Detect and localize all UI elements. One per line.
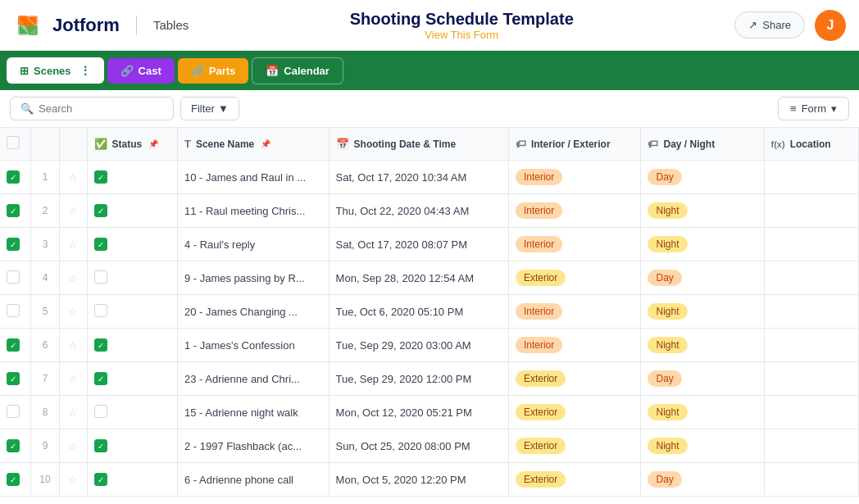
toolbar: 🔍 Filter ▼ ≡ Form ▾: [0, 90, 859, 128]
cell-checkbox[interactable]: ✓: [0, 463, 31, 497]
scenes-dots: ⋮: [80, 64, 91, 77]
cell-scene: 11 - Raul meeting Chris...: [177, 194, 329, 228]
avatar[interactable]: J: [815, 10, 846, 41]
th-num: [31, 128, 60, 161]
row-checkbox[interactable]: ✓: [94, 170, 107, 184]
filter-button[interactable]: Filter ▼: [180, 97, 239, 120]
row-checkbox[interactable]: [7, 270, 20, 284]
cell-star[interactable]: ☆: [60, 194, 87, 228]
daynight-badge: Day: [648, 270, 681, 286]
th-datetime-label: Shooting Date & Time: [354, 138, 456, 150]
cell-datetime: Thu, Oct 22, 2020 04:43 AM: [329, 194, 508, 228]
form-title: Shooting Schedule Template: [350, 10, 574, 29]
th-intex[interactable]: 🏷 Interior / Exterior: [508, 128, 641, 161]
row-checkbox[interactable]: ✓: [94, 338, 107, 352]
cast-icon: 🔗: [120, 65, 134, 77]
th-location[interactable]: f(x) Location: [764, 128, 858, 161]
row-checkbox[interactable]: ✓: [7, 204, 20, 217]
cell-rownum: 10: [31, 463, 60, 497]
row-checkbox[interactable]: ✓: [94, 473, 107, 486]
tab-scenes[interactable]: ⊞ Scenes ⋮: [7, 57, 104, 84]
cell-intex: Exterior: [508, 396, 641, 429]
row-checkbox[interactable]: ✓: [94, 204, 107, 217]
row-checkbox[interactable]: ✓: [7, 170, 20, 184]
search-input[interactable]: [39, 102, 176, 115]
cell-star[interactable]: ☆: [60, 228, 87, 261]
tab-parts[interactable]: 🔗 Parts: [178, 58, 249, 84]
form-chevron-icon: ▾: [831, 102, 837, 115]
tab-calendar[interactable]: 📅 Calendar: [252, 57, 343, 84]
calendar-icon: 📅: [266, 65, 279, 77]
row-checkbox[interactable]: ✓: [94, 372, 107, 385]
search-box[interactable]: 🔍: [10, 97, 174, 120]
cell-status: ✓: [87, 429, 177, 463]
cell-status: [87, 396, 177, 429]
row-checkbox[interactable]: ✓: [7, 338, 20, 352]
cell-checkbox[interactable]: ✓: [0, 194, 31, 228]
cell-daynight: Day: [641, 463, 764, 497]
cell-rownum: 4: [31, 261, 60, 295]
cell-star[interactable]: ☆: [60, 429, 87, 463]
daynight-badge: Night: [648, 236, 687, 252]
row-checkbox[interactable]: ✓: [7, 372, 20, 385]
logo-text: Jotform: [52, 15, 120, 36]
cell-star[interactable]: ☆: [60, 396, 87, 429]
row-checkbox[interactable]: ✓: [94, 439, 107, 452]
cell-checkbox[interactable]: ✓: [0, 362, 31, 396]
th-intex-label: Interior / Exterior: [531, 138, 611, 150]
row-checkbox[interactable]: [94, 304, 107, 317]
cell-location: [764, 362, 858, 396]
cell-scene: 20 - James Changing ...: [177, 295, 329, 329]
avatar-initials: J: [827, 18, 834, 33]
form-button[interactable]: ≡ Form ▾: [778, 97, 849, 120]
daynight-badge: Night: [648, 202, 687, 219]
daynight-badge: Night: [648, 438, 687, 454]
cell-daynight: Day: [641, 161, 764, 194]
cell-scene: 10 - James and Raul in ...: [177, 161, 329, 194]
row-checkbox[interactable]: [7, 304, 20, 317]
cell-star[interactable]: ☆: [60, 261, 87, 295]
cell-checkbox[interactable]: ✓: [0, 228, 31, 261]
table-row: 8 ☆ 15 - Adrienne night walk Mon, Oct 12…: [0, 396, 859, 429]
th-datetime[interactable]: 📅 Shooting Date & Time: [329, 128, 508, 161]
th-checkbox[interactable]: [0, 128, 31, 161]
row-checkbox[interactable]: ✓: [7, 473, 20, 486]
share-button[interactable]: ↗ Share: [734, 11, 805, 39]
cell-scene: 6 - Adrienne phone call: [177, 463, 329, 497]
row-checkbox[interactable]: [94, 405, 107, 418]
cell-star[interactable]: ☆: [60, 463, 87, 497]
cell-star[interactable]: ☆: [60, 161, 87, 194]
cell-checkbox[interactable]: [0, 396, 31, 429]
th-status[interactable]: ✅ Status 📌: [87, 128, 177, 161]
calendar-label: Calendar: [284, 65, 330, 77]
cell-daynight: Day: [641, 261, 764, 295]
cell-star[interactable]: ☆: [60, 362, 87, 396]
cell-datetime: Sat, Oct 17, 2020 08:07 PM: [329, 228, 508, 261]
row-checkbox[interactable]: ✓: [7, 439, 20, 452]
row-checkbox[interactable]: [7, 405, 20, 418]
row-checkbox[interactable]: [94, 270, 107, 284]
cell-checkbox[interactable]: [0, 261, 31, 295]
intex-badge: Exterior: [516, 471, 566, 488]
daynight-badge: Night: [648, 337, 687, 353]
cell-status: ✓: [87, 329, 177, 362]
cell-checkbox[interactable]: [0, 295, 31, 329]
header-checkbox[interactable]: [7, 136, 20, 149]
form-subtitle[interactable]: View This Form: [350, 29, 574, 41]
tab-cast[interactable]: 🔗 Cast: [107, 58, 175, 84]
cell-checkbox[interactable]: ✓: [0, 161, 31, 194]
cell-checkbox[interactable]: ✓: [0, 329, 31, 362]
th-daynight[interactable]: 🏷 Day / Night: [641, 128, 764, 161]
cell-star[interactable]: ☆: [60, 329, 87, 362]
cell-rownum: 8: [31, 396, 60, 429]
cell-status: ✓: [87, 161, 177, 194]
cell-checkbox[interactable]: ✓: [0, 429, 31, 463]
th-scene[interactable]: T Scene Name 📌: [177, 128, 329, 161]
tab-bar: ⊞ Scenes ⋮ 🔗 Cast 🔗 Parts 📅 Calendar: [0, 51, 859, 90]
row-checkbox[interactable]: ✓: [7, 238, 20, 251]
row-checkbox[interactable]: ✓: [94, 238, 107, 251]
table-wrapper: ✅ Status 📌 T Scene Name 📌 📅 Shoot: [0, 128, 859, 504]
table-row: ✓ 2 ☆ ✓ 11 - Raul meeting Chris... Thu, …: [0, 194, 859, 228]
cell-rownum: 3: [31, 228, 60, 261]
cell-star[interactable]: ☆: [60, 295, 87, 329]
